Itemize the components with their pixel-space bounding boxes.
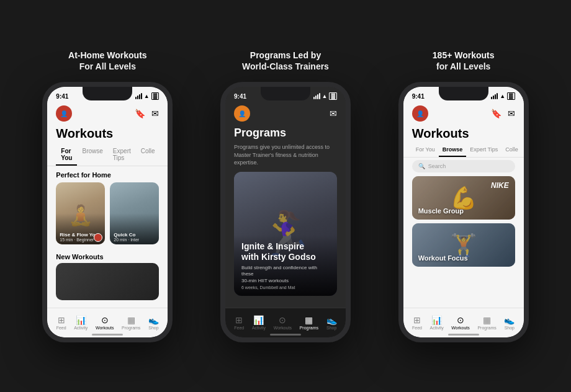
browse-card-focus[interactable]: 🏋️ Workout Focus (412, 223, 515, 267)
workout-card-quick[interactable]: Quick Co 20 min · Inter (110, 182, 159, 244)
screenshot-container: At-Home Workouts For All Levels 9:41 ▲ (0, 0, 571, 392)
avatar-3[interactable]: 👤 (412, 105, 428, 122)
tab-browse-3[interactable]: Browse (439, 143, 467, 157)
nav-activity-3[interactable]: 📊 Activity (430, 316, 444, 330)
hero-meta: 6 weeks, Dumbbell and Mat (241, 285, 330, 290)
avatar-img-2: 👤 (238, 110, 246, 117)
avatar-1[interactable]: 👤 (56, 105, 72, 122)
message-icon-1[interactable]: ✉ (151, 109, 159, 118)
nav-programs-3[interactable]: ▦ Programs (477, 316, 496, 330)
bar4-2 (319, 93, 320, 99)
phone3-title-section: Workouts (403, 125, 524, 143)
tab-expert-tips-1[interactable]: Expert Tips (108, 145, 136, 166)
programs-icon-3: ▦ (483, 316, 491, 324)
card-label-quick: Quick Co 20 min · Inter (114, 232, 155, 242)
bookmark-icon-3[interactable]: 🔖 (491, 109, 501, 118)
workouts-icon-1: ⊙ (101, 316, 109, 324)
phone2-subtitle: Programs give you unlimited access to Ma… (225, 142, 346, 172)
status-bar-1: 9:41 ▲ ▓ (47, 87, 168, 103)
battery-icon-3: ▓ (507, 92, 515, 100)
new-workout-card[interactable] (56, 263, 159, 300)
feed-icon-2: ⊞ (235, 316, 243, 324)
status-icons-3: ▲ ▓ (491, 92, 515, 100)
tabs-row-3: For You Browse Expert Tips Colle (403, 143, 524, 158)
phone1-title-section: Workouts (47, 125, 168, 145)
nav-feed-3[interactable]: ⊞ Feed (412, 316, 422, 330)
bar2-3 (493, 96, 494, 99)
nav-label-programs-1: Programs (122, 326, 140, 330)
tab-expert-tips-3[interactable]: Expert Tips (466, 143, 501, 157)
feed-icon-1: ⊞ (58, 316, 65, 324)
bottom-nav-3: ⊞ Feed 📊 Activity ⊙ Workouts ▦ Programs (403, 308, 524, 337)
bookmark-icon-1[interactable]: 🔖 (135, 109, 145, 118)
hero-desc: Build strength and confidence with these… (241, 265, 330, 284)
workouts-icon-3: ⊙ (457, 316, 464, 324)
tab-for-you-3[interactable]: For You (412, 143, 439, 157)
nav-shop-1[interactable]: 👟 Shop (148, 316, 159, 330)
nav-programs-2[interactable]: ▦ Programs (300, 316, 318, 330)
nav-workouts-2[interactable]: ⊙ Workouts (274, 316, 292, 330)
card-title-quick: Quick Co (114, 232, 155, 238)
phone2-title-section: Programs (225, 125, 346, 142)
nav-shop-3[interactable]: 👟 Shop (504, 316, 515, 330)
search-bar-3[interactable]: 🔍 Search (412, 160, 515, 172)
programs-hero[interactable]: 🏃‍♀️ Ignite & Inspire with Kirsty Godso … (234, 172, 337, 296)
signal-bars-3 (491, 93, 498, 99)
nav-workouts-1[interactable]: ⊙ Workouts (96, 316, 114, 330)
tab-for-you-1[interactable]: For You (56, 145, 77, 166)
wifi-icon-3: ▲ (500, 93, 505, 99)
nav-workouts-3[interactable]: ⊙ Workouts (451, 316, 469, 330)
status-time-2: 9:41 (234, 93, 246, 100)
nav-label-programs-2: Programs (300, 326, 318, 330)
tab-colle-1[interactable]: Colle (136, 145, 160, 166)
programs-icon-1: ▦ (127, 316, 135, 324)
bar4 (141, 93, 142, 99)
phone3-header: 👤 🔖 ✉ (403, 103, 524, 125)
status-bar-2: 9:41 ▲ ▓ (225, 87, 346, 103)
nav-label-workouts-2: Workouts (274, 326, 292, 330)
nav-programs-1[interactable]: ▦ Programs (122, 316, 140, 330)
status-time-3: 9:41 (412, 93, 425, 100)
shop-icon-2: 👟 (326, 316, 337, 324)
signal-bars-2 (313, 93, 320, 99)
phone-frame-2: 9:41 ▲ ▓ 👤 (220, 82, 351, 342)
tab-colle-3[interactable]: Colle (501, 143, 522, 157)
message-icon-3[interactable]: ✉ (508, 109, 515, 118)
hero-title: Ignite & Inspire with Kirsty Godso (241, 241, 330, 262)
caption-1: At-Home Workouts For All Levels (68, 50, 147, 72)
nav-label-shop-2: Shop (326, 326, 336, 330)
nav-activity-2[interactable]: 📊 Activity (252, 316, 266, 330)
browse-card-label-focus: Workout Focus (418, 254, 468, 262)
message-icon-2[interactable]: ✉ (330, 109, 337, 118)
caption-2: Programs Led by World-Class Trainers (242, 50, 329, 72)
bar1 (135, 97, 137, 99)
workout-card-yoga[interactable]: 🧘 Rise & Flow Yoga 15 min · Beginner (56, 182, 105, 244)
avatar-img-1: 👤 (60, 110, 68, 117)
nav-shop-2[interactable]: 👟 Shop (326, 316, 337, 330)
phone1-header: 👤 🔖 ✉ (47, 103, 168, 125)
nav-label-workouts-1: Workouts (96, 326, 114, 330)
browse-card-muscle[interactable]: 💪 Muscle Group NIKE (412, 176, 515, 220)
bottom-nav-2: ⊞ Feed 📊 Activity ⊙ Workouts ▦ Programs (225, 308, 346, 337)
phone-frame-1: 9:41 ▲ ▓ 👤 (42, 82, 173, 342)
section-label-home: Perfect for Home (47, 166, 168, 182)
nav-feed-1[interactable]: ⊞ Feed (56, 316, 66, 330)
bar1-2 (313, 97, 315, 99)
nav-feed-2[interactable]: ⊞ Feed (234, 316, 244, 330)
tab-browse-1[interactable]: Browse (77, 145, 107, 166)
avatar-2[interactable]: 👤 (234, 105, 250, 122)
hero-overlay: Ignite & Inspire with Kirsty Godso Build… (234, 235, 337, 296)
wifi-icon-1: ▲ (144, 93, 150, 99)
page-title-1: Workouts (56, 127, 159, 141)
bar1-3 (491, 97, 492, 99)
page-title-2: Programs (234, 127, 337, 140)
browse-card-label-muscle: Muscle Group (418, 207, 464, 215)
nav-activity-1[interactable]: 📊 Activity (74, 316, 88, 330)
nav-label-activity-2: Activity (252, 326, 266, 330)
bottom-nav-1: ⊞ Feed 📊 Activity ⊙ Workouts ▦ Programs (47, 308, 168, 337)
home-bar-1 (92, 334, 123, 336)
workouts-icon-2: ⊙ (279, 316, 286, 324)
browse-cards: 💪 Muscle Group NIKE 🏋️ Workout Focus (403, 176, 524, 267)
status-time-1: 9:41 (56, 93, 68, 100)
activity-icon-3: 📊 (431, 316, 442, 324)
